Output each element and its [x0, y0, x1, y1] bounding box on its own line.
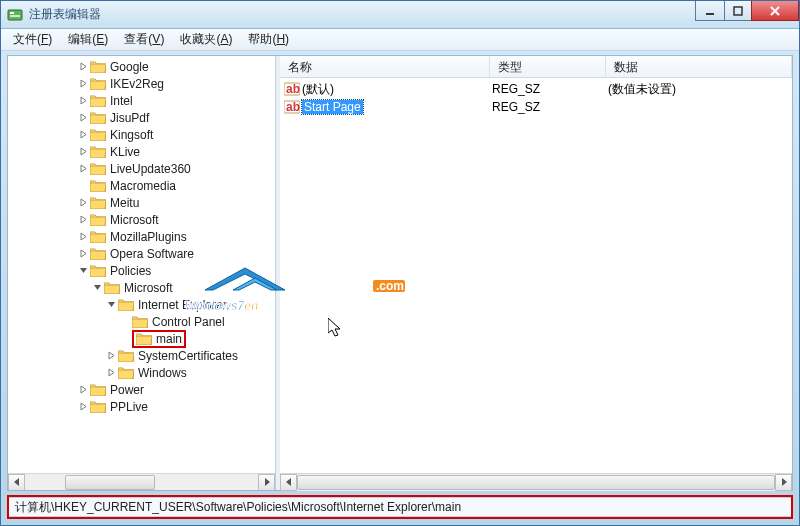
expander-down-icon[interactable] — [92, 283, 102, 293]
column-type[interactable]: 类型 — [490, 56, 606, 77]
value-list[interactable]: ab(默认)REG_SZ(数值未设置)abStart PageREG_SZ — [280, 78, 792, 473]
tree-node-Opera-Software[interactable]: Opera Software — [8, 245, 275, 262]
expander-right-icon[interactable] — [78, 62, 88, 72]
svg-marker-31 — [286, 478, 291, 486]
expander-right-icon[interactable] — [78, 130, 88, 140]
expander-right-icon[interactable] — [78, 232, 88, 242]
value-name: (默认) — [302, 81, 334, 98]
tree-node-Control-Panel[interactable]: Control Panel — [8, 313, 275, 330]
expander-right-icon[interactable] — [78, 79, 88, 89]
tree-node-Meitu[interactable]: Meitu — [8, 194, 275, 211]
menu-查看[interactable]: 查看(V) — [116, 29, 172, 50]
svg-marker-14 — [81, 199, 86, 206]
tree-hscrollbar[interactable] — [8, 473, 275, 490]
expander-right-icon[interactable] — [78, 385, 88, 395]
menu-收藏夹[interactable]: 收藏夹(A) — [172, 29, 240, 50]
scroll-thumb[interactable] — [297, 475, 775, 490]
expander-right-icon[interactable] — [106, 368, 116, 378]
window-controls — [696, 1, 799, 21]
list-hscrollbar[interactable] — [280, 473, 792, 490]
tree-node-Windows[interactable]: Windows — [8, 364, 275, 381]
tree-label: SystemCertificates — [138, 349, 238, 363]
expander-right-icon[interactable] — [78, 164, 88, 174]
tree-node-Microsoft[interactable]: Microsoft — [8, 279, 275, 296]
tree-node-Macromedia[interactable]: Macromedia — [8, 177, 275, 194]
tree-label: Meitu — [110, 196, 139, 210]
svg-marker-12 — [81, 148, 86, 155]
tree-label: LiveUpdate360 — [110, 162, 191, 176]
tree-label: Control Panel — [152, 315, 225, 329]
tree-node-IKEv2Reg[interactable]: IKEv2Reg — [8, 75, 275, 92]
scroll-track[interactable] — [297, 474, 775, 491]
svg-marker-24 — [81, 403, 86, 410]
window-title: 注册表编辑器 — [29, 6, 696, 23]
expander-right-icon[interactable] — [78, 113, 88, 123]
minimize-button[interactable] — [695, 1, 725, 21]
scroll-track[interactable] — [25, 474, 258, 491]
expander-right-icon[interactable] — [78, 249, 88, 259]
tree-label: Policies — [110, 264, 151, 278]
maximize-button[interactable] — [724, 1, 752, 21]
column-name[interactable]: 名称 — [280, 56, 490, 77]
statusbar-container: 计算机\HKEY_CURRENT_USER\Software\Policies\… — [7, 495, 793, 519]
tree-node-SystemCertificates[interactable]: SystemCertificates — [8, 347, 275, 364]
expander-right-icon[interactable] — [78, 147, 88, 157]
svg-marker-11 — [81, 131, 86, 138]
tree-label: Kingsoft — [110, 128, 153, 142]
menu-编辑[interactable]: 编辑(E) — [60, 29, 116, 50]
tree-label: Power — [110, 383, 144, 397]
menu-帮助[interactable]: 帮助(H) — [240, 29, 297, 50]
menu-文件[interactable]: 文件(F) — [5, 29, 60, 50]
tree-node-Intel[interactable]: Intel — [8, 92, 275, 109]
svg-rect-4 — [734, 7, 742, 15]
expander-down-icon[interactable] — [106, 300, 116, 310]
tree-node-Microsoft[interactable]: Microsoft — [8, 211, 275, 228]
tree-node-Internet-Explorer[interactable]: Internet Explorer — [8, 296, 275, 313]
scroll-right-arrow-icon[interactable] — [775, 474, 792, 491]
svg-marker-13 — [81, 165, 86, 172]
svg-text:ab: ab — [286, 82, 300, 96]
svg-marker-18 — [80, 268, 87, 273]
tree-label: IKEv2Reg — [110, 77, 164, 91]
column-headers: 名称 类型 数据 — [280, 56, 792, 78]
tree-label: Internet Explorer — [138, 298, 227, 312]
close-button[interactable] — [751, 1, 799, 21]
scroll-left-arrow-icon[interactable] — [8, 474, 25, 491]
value-row[interactable]: abStart PageREG_SZ — [280, 98, 792, 116]
expander-right-icon[interactable] — [78, 402, 88, 412]
tree-node-Google[interactable]: Google — [8, 58, 275, 75]
scroll-thumb[interactable] — [65, 475, 155, 490]
expander-right-icon[interactable] — [78, 215, 88, 225]
svg-rect-2 — [10, 15, 20, 17]
tree-node-JisuPdf[interactable]: JisuPdf — [8, 109, 275, 126]
tree-label: Google — [110, 60, 149, 74]
svg-marker-26 — [265, 478, 270, 486]
tree-node-MozillaPlugins[interactable]: MozillaPlugins — [8, 228, 275, 245]
expander-right-icon[interactable] — [106, 351, 116, 361]
tree-node-Policies[interactable]: Policies — [8, 262, 275, 279]
svg-marker-9 — [81, 97, 86, 104]
expander-right-icon[interactable] — [78, 96, 88, 106]
string-value-icon: ab — [284, 99, 302, 115]
tree-label: Microsoft — [124, 281, 173, 295]
svg-marker-25 — [14, 478, 19, 486]
tree-node-Kingsoft[interactable]: Kingsoft — [8, 126, 275, 143]
tree-node-main[interactable]: main — [8, 330, 275, 347]
tree-node-Power[interactable]: Power — [8, 381, 275, 398]
svg-marker-15 — [81, 216, 86, 223]
expander-down-icon[interactable] — [78, 266, 88, 276]
svg-marker-19 — [94, 285, 101, 290]
registry-editor-window: 注册表编辑器 文件(F)编辑(E)查看(V)收藏夹(A)帮助(H) Google… — [0, 0, 800, 526]
value-type: REG_SZ — [492, 82, 608, 96]
tree-node-LiveUpdate360[interactable]: LiveUpdate360 — [8, 160, 275, 177]
tree-node-PPLive[interactable]: PPLive — [8, 398, 275, 415]
svg-marker-7 — [81, 63, 86, 70]
scroll-left-arrow-icon[interactable] — [280, 474, 297, 491]
tree-node-KLive[interactable]: KLive — [8, 143, 275, 160]
value-row[interactable]: ab(默认)REG_SZ(数值未设置) — [280, 80, 792, 98]
column-data[interactable]: 数据 — [606, 56, 792, 77]
tree-scroll[interactable]: GoogleIKEv2RegIntelJisuPdfKingsoftKLiveL… — [8, 56, 275, 473]
expander-right-icon[interactable] — [78, 198, 88, 208]
titlebar[interactable]: 注册表编辑器 — [1, 1, 799, 29]
scroll-right-arrow-icon[interactable] — [258, 474, 275, 491]
